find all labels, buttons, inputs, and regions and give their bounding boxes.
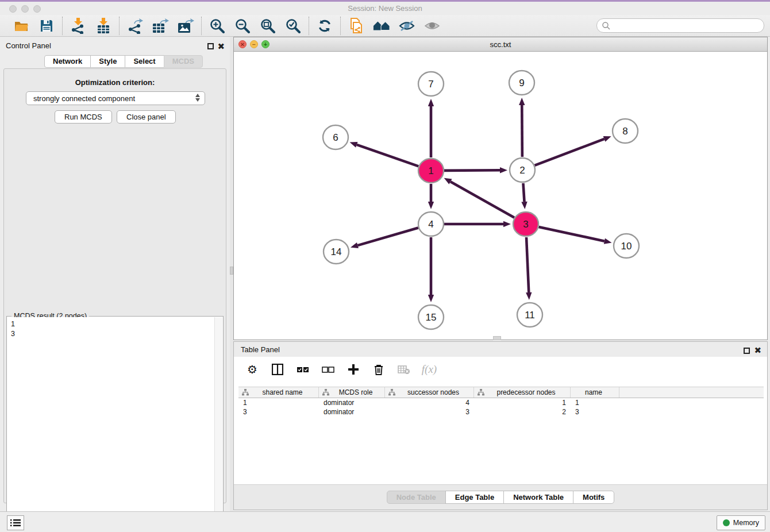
deselect-all-icon[interactable]: [321, 363, 335, 376]
edge-arrowhead: [603, 136, 611, 142]
memory-button[interactable]: Memory: [717, 515, 765, 530]
table-row[interactable]: 1dominator411: [238, 398, 764, 407]
export-network-icon[interactable]: [126, 17, 144, 34]
table-panel-header: Table Panel ✖: [234, 342, 767, 357]
tab-network[interactable]: Network: [44, 55, 91, 68]
graph-node-label: 15: [426, 312, 437, 323]
graph-edge-4-14[interactable]: [357, 228, 418, 245]
tab-mcds[interactable]: MCDS: [164, 55, 203, 68]
search-icon: [602, 21, 611, 30]
table-cell[interactable]: 2: [474, 407, 571, 417]
save-icon[interactable]: [38, 17, 55, 34]
mcds-result-text[interactable]: 1 3: [7, 317, 214, 529]
select-all-icon[interactable]: [296, 363, 310, 376]
function-builder-icon[interactable]: f(x): [422, 363, 436, 376]
horizontal-splitter-grip[interactable]: [493, 336, 501, 340]
criterion-value: strongly connected component: [33, 94, 135, 103]
graph-node-label: 4: [428, 219, 433, 230]
column-type-icon: [478, 389, 484, 396]
network-window-titlebar[interactable]: ✕ − + scc.txt: [234, 37, 767, 52]
show-all-eye-icon[interactable]: [424, 17, 441, 34]
destroy-table-icon[interactable]: [397, 363, 411, 376]
table-tab-bar: Node Table Edge Table Network Table Moti…: [234, 484, 767, 510]
tab-style[interactable]: Style: [90, 55, 125, 68]
zoom-window-button[interactable]: [33, 5, 41, 13]
graph-edge-1-6[interactable]: [357, 145, 418, 167]
column-header-shared-name[interactable]: shared name: [238, 387, 319, 398]
zoom-out-icon[interactable]: [234, 17, 251, 34]
graph-node-label: 14: [331, 246, 342, 257]
table-cell[interactable]: 4: [385, 398, 474, 407]
zoom-selected-icon[interactable]: [284, 17, 302, 34]
import-table-icon[interactable]: [95, 17, 112, 34]
tab-edge-table[interactable]: Edge Table: [445, 491, 504, 504]
table-row[interactable]: 3dominator323: [238, 407, 764, 417]
table-cell[interactable]: 3: [571, 407, 619, 417]
table-cell[interactable]: 1: [474, 398, 571, 407]
column-header-name[interactable]: name: [571, 387, 619, 398]
open-folder-icon[interactable]: [13, 17, 30, 34]
graph-edge-2-9[interactable]: [522, 105, 522, 157]
network-graph: 7968124314101511: [234, 52, 767, 340]
network-window-title: scc.txt: [234, 37, 767, 52]
close-panel-button[interactable]: Close panel: [117, 110, 176, 124]
float-table-panel-icon[interactable]: [744, 346, 750, 356]
edge-arrowhead: [350, 142, 358, 148]
graph-edge-3-1[interactable]: [451, 182, 514, 218]
delete-row-icon[interactable]: [372, 363, 386, 376]
column-header-successor-nodes[interactable]: successor nodes: [385, 387, 474, 398]
minimize-window-button[interactable]: [21, 5, 29, 13]
tab-network-table[interactable]: Network Table: [503, 491, 573, 504]
add-row-icon[interactable]: [346, 363, 360, 376]
graph-node-label: 3: [523, 219, 528, 230]
copy-network-icon[interactable]: [348, 17, 365, 34]
graph-edge-3-10[interactable]: [538, 227, 604, 241]
edge-arrowhead: [604, 238, 612, 244]
hide-selected-eye-icon[interactable]: [398, 17, 415, 34]
home-icon[interactable]: [373, 17, 390, 34]
zoom-fit-icon[interactable]: [259, 17, 276, 34]
network-canvas[interactable]: 7968124314101511: [234, 52, 767, 340]
import-network-icon[interactable]: [70, 17, 87, 34]
graph-edge-2-3[interactable]: [523, 183, 524, 202]
show-column-icon[interactable]: [271, 363, 284, 376]
export-image-icon[interactable]: [177, 17, 194, 34]
graph-edge-1-2[interactable]: [444, 170, 500, 171]
table-cell[interactable]: dominator: [319, 398, 385, 407]
tab-motifs[interactable]: Motifs: [573, 491, 614, 504]
mcds-result-scrollbar[interactable]: [214, 317, 222, 529]
criterion-dropdown[interactable]: strongly connected component: [26, 91, 205, 105]
tab-select[interactable]: Select: [125, 55, 164, 68]
optimization-criterion-label: Optimization criterion:: [4, 78, 226, 87]
export-table-icon[interactable]: [152, 17, 169, 34]
search-input[interactable]: [596, 18, 764, 33]
table-cell[interactable]: dominator: [319, 407, 385, 417]
close-window-button[interactable]: [9, 5, 17, 13]
refresh-icon[interactable]: [316, 17, 333, 34]
table-panel: Table Panel ✖ ⚙ f(x) shared name: [233, 341, 768, 510]
edge-arrowhead: [519, 98, 525, 105]
table-cell[interactable]: 1: [238, 398, 319, 407]
run-mcds-button[interactable]: Run MCDS: [55, 110, 112, 124]
graph-node-label: 11: [525, 310, 535, 321]
settings-gear-icon[interactable]: ⚙: [245, 363, 259, 376]
float-panel-icon[interactable]: [207, 41, 214, 52]
table-cell[interactable]: 3: [385, 407, 474, 417]
minimize-network-icon[interactable]: −: [250, 40, 258, 48]
maximize-network-icon[interactable]: +: [261, 40, 270, 48]
edge-arrowhead: [500, 167, 507, 173]
edge-arrowhead: [526, 292, 532, 300]
graph-edge-2-8[interactable]: [535, 139, 605, 165]
close-network-icon[interactable]: ✕: [238, 40, 247, 48]
zoom-in-icon[interactable]: [209, 17, 226, 34]
mcds-panel: Optimization criterion: strongly connect…: [3, 68, 226, 503]
close-table-panel-icon[interactable]: ✖: [754, 345, 761, 356]
graph-edge-3-11[interactable]: [526, 237, 529, 292]
column-header-mcds-role[interactable]: MCDS role: [319, 387, 385, 398]
task-history-button[interactable]: [7, 515, 24, 530]
table-cell[interactable]: 3: [238, 407, 319, 417]
close-panel-icon[interactable]: ✖: [217, 41, 225, 52]
column-header-predecessor-nodes[interactable]: predecessor nodes: [474, 387, 571, 398]
table-cell[interactable]: 1: [571, 398, 619, 407]
tab-node-table[interactable]: Node Table: [387, 491, 446, 504]
